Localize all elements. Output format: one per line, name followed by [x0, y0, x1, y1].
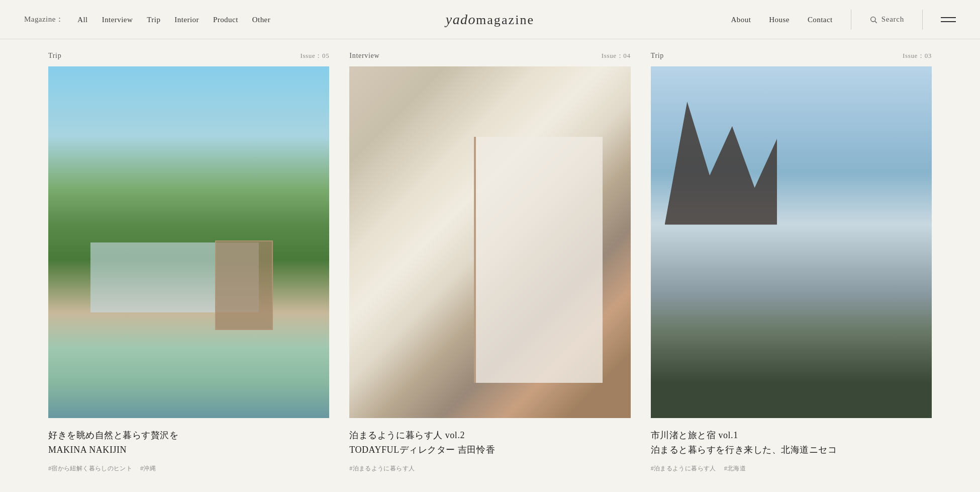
article-image-03[interactable] — [651, 66, 932, 418]
article-tag-04-0: #泊まるように暮らす人 — [349, 464, 415, 473]
article-image-visual-03 — [651, 66, 932, 418]
site-logo[interactable]: yadomagazine — [446, 12, 534, 28]
header-divider — [851, 10, 851, 30]
nav-item-house[interactable]: House — [769, 15, 790, 24]
header-divider-2 — [922, 10, 923, 30]
article-title-line2-05: MAKINA NAKIJIN — [48, 443, 329, 457]
article-tag-03-1: #北海道 — [724, 464, 746, 473]
hamburger-line-2 — [941, 21, 956, 22]
article-image-visual-05 — [48, 66, 329, 418]
article-category-03: Trip — [651, 52, 664, 60]
article-tags-05: #宿から紐解く暮らしのヒント #沖縄 — [48, 464, 329, 473]
nav-link-contact[interactable]: Contact — [808, 16, 833, 24]
svg-line-1 — [875, 21, 877, 23]
article-title-04: 泊まるように暮らす人 vol.2 TODAYFULディレクター 吉田怜香 — [349, 428, 630, 457]
article-tags-03: #泊まるように暮らす人 #北海道 — [651, 464, 932, 473]
nav-link-about[interactable]: About — [731, 16, 751, 24]
nav-link-house[interactable]: House — [769, 16, 790, 24]
search-icon — [869, 16, 877, 24]
nav-item-interview[interactable]: Interview — [102, 15, 133, 24]
article-tag-05-0: #宿から紐解く暮らしのヒント — [48, 464, 132, 473]
nav-link-interview[interactable]: Interview — [102, 16, 133, 24]
right-nav-list: About House Contact — [731, 15, 833, 24]
article-card-03[interactable]: Trip Issue：03 市川渚と旅と宿 vol.1 泊まると暮らすを行き来し… — [651, 44, 932, 473]
nav-link-all[interactable]: All — [77, 16, 88, 24]
article-issue-04: Issue：04 — [602, 51, 631, 60]
article-meta-05: Trip Issue：05 — [48, 44, 329, 66]
article-tag-05-1: #沖縄 — [140, 464, 156, 473]
nav-link-other[interactable]: Other — [252, 16, 270, 24]
article-issue-05: Issue：05 — [300, 51, 329, 60]
article-title-line1-03: 市川渚と旅と宿 vol.1 — [651, 428, 932, 443]
logo-magazine: magazine — [476, 13, 534, 27]
hamburger-menu[interactable] — [941, 17, 956, 22]
magazine-label: Magazine： — [24, 15, 63, 24]
article-image-05[interactable] — [48, 66, 329, 418]
header-center-logo: yadomagazine — [446, 12, 534, 28]
main-content: Trip Issue：05 好きを眺め自然と暮らす贅沢を MAKINA NAKI… — [0, 39, 980, 473]
nav-item-trip[interactable]: Trip — [147, 15, 160, 24]
article-category-04: Interview — [349, 52, 379, 60]
header-right: About House Contact Search — [731, 10, 956, 30]
article-category-05: Trip — [48, 52, 61, 60]
nav-link-trip[interactable]: Trip — [147, 16, 160, 24]
svg-point-0 — [870, 17, 875, 21]
nav-item-interior[interactable]: Interior — [174, 15, 199, 24]
header-left: Magazine： All Interview Trip Interior Pr… — [24, 15, 270, 24]
right-nav: About House Contact — [731, 15, 833, 24]
logo-yado: yado — [446, 12, 476, 27]
nav-item-contact[interactable]: Contact — [808, 15, 833, 24]
site-header: Magazine： All Interview Trip Interior Pr… — [0, 0, 980, 39]
article-meta-03: Trip Issue：03 — [651, 44, 932, 66]
article-title-line2-04: TODAYFULディレクター 吉田怜香 — [349, 443, 630, 457]
article-card-04[interactable]: Interview Issue：04 泊まるように暮らす人 vol.2 TODA… — [349, 44, 630, 473]
article-image-04[interactable] — [349, 66, 630, 418]
article-meta-04: Interview Issue：04 — [349, 44, 630, 66]
article-title-03: 市川渚と旅と宿 vol.1 泊まると暮らすを行き来した、北海道ニセコ — [651, 428, 932, 457]
nav-item-about[interactable]: About — [731, 15, 751, 24]
article-image-visual-04 — [349, 66, 630, 418]
search-label: Search — [881, 15, 904, 24]
nav-item-all[interactable]: All — [77, 15, 88, 24]
nav-link-product[interactable]: Product — [213, 16, 238, 24]
article-issue-03: Issue：03 — [903, 51, 932, 60]
article-tag-03-0: #泊まるように暮らす人 — [651, 464, 716, 473]
article-title-line1-05: 好きを眺め自然と暮らす贅沢を — [48, 428, 329, 443]
articles-grid: Trip Issue：05 好きを眺め自然と暮らす贅沢を MAKINA NAKI… — [48, 39, 932, 473]
search-area[interactable]: Search — [869, 15, 904, 24]
nav-link-interior[interactable]: Interior — [174, 16, 199, 24]
nav-list: All Interview Trip Interior Product Othe… — [77, 15, 270, 24]
article-title-05: 好きを眺め自然と暮らす贅沢を MAKINA NAKIJIN — [48, 428, 329, 457]
article-card-05[interactable]: Trip Issue：05 好きを眺め自然と暮らす贅沢を MAKINA NAKI… — [48, 44, 329, 473]
main-nav: All Interview Trip Interior Product Othe… — [77, 15, 270, 24]
article-title-line1-04: 泊まるように暮らす人 vol.2 — [349, 428, 630, 443]
hamburger-line-1 — [941, 17, 956, 18]
nav-item-product[interactable]: Product — [213, 15, 238, 24]
article-tags-04: #泊まるように暮らす人 — [349, 464, 630, 473]
nav-item-other[interactable]: Other — [252, 15, 270, 24]
article-title-line2-03: 泊まると暮らすを行き来した、北海道ニセコ — [651, 443, 932, 457]
